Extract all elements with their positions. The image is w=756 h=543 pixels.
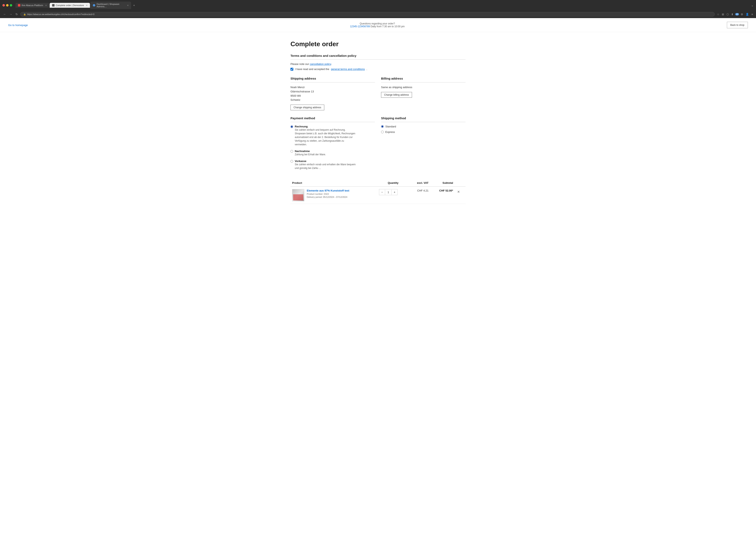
payment-desc-vorkasse: Sie zahlen einfach vorab und erhalten di… [295, 163, 356, 170]
terms-section: Terms and conditions and cancellation po… [290, 54, 466, 71]
terms-section-title: Terms and conditions and cancellation po… [290, 54, 466, 60]
payment-desc-nachnahme: Zahlung bei Erhalt der Ware. [295, 153, 326, 156]
extension-badge[interactable]: 17 [735, 13, 739, 15]
table-header-row: Product Quantity excl. VAT Subtotal [290, 179, 466, 187]
payment-radio-vorkasse[interactable] [290, 160, 293, 163]
quantity-increase-button[interactable]: + [392, 189, 397, 195]
tab-label-order: Complete order | Demostore [56, 4, 84, 7]
methods-section: Payment method Rechnung Sie zahlen einfa… [290, 116, 466, 173]
product-number: Product number: 0322 [307, 193, 349, 195]
payment-content-nachnahme: Nachnahme Zahlung bei Erhalt der Ware. [295, 150, 326, 156]
shipping-name: Noah Menzi [290, 85, 375, 90]
col-subtotal: Subtotal [430, 179, 455, 187]
menu-icon[interactable]: ≡ [751, 12, 754, 16]
quantity-value: 1 [385, 189, 392, 195]
grid-icon[interactable]: ⊞ [721, 12, 725, 16]
quantity-cell: − 1 + [377, 187, 409, 204]
toolbar-icons: ☆ ⊞ ⬡ ⬇ 17 ⚙ 👤 ≡ [716, 12, 754, 16]
payment-title-vorkasse: Vorkasse [295, 160, 356, 163]
close-traffic-light[interactable] [2, 4, 5, 7]
tab-favicon-abacus [18, 4, 20, 7]
tab-close-order[interactable]: ✕ [86, 4, 88, 7]
cancellation-text: Please note our cancellation policy. [290, 62, 466, 66]
change-shipping-address-button[interactable]: Change shipping address [290, 105, 324, 110]
col-quantity: Quantity [377, 179, 409, 187]
page-title: Complete order [290, 40, 466, 48]
product-table-section: Product Quantity excl. VAT Subtotal [290, 179, 466, 204]
browser-titlebar: Ihre Abacus-Plattform ✕ Complete order |… [0, 0, 756, 11]
main-content: Complete order Terms and conditions and … [286, 32, 470, 218]
browser-toolbar: ← → ↻ 🔒 https://abacus.sw.webwirkungdev.… [0, 11, 756, 18]
shipping-method-title: Shipping method [381, 116, 466, 122]
col-product: Product [290, 179, 377, 187]
shipping-radio-standard[interactable] [381, 125, 384, 128]
shipping-option-express: Express [381, 130, 466, 134]
lock-icon: 🔒 [23, 13, 26, 15]
tab-favicon-order [52, 4, 55, 7]
phone-number[interactable]: 12345-123456789 [350, 25, 370, 28]
browser-chrome: Ihre Abacus-Plattform ✕ Complete order |… [0, 0, 756, 18]
shipping-address-title: Shipping address [290, 77, 375, 82]
contact-hours: Daily from 7:30 am to 10:00 pm [370, 25, 404, 28]
change-billing-address-button[interactable]: Change billing address [381, 92, 412, 98]
payment-option-nachnahme: Nachnahme Zahlung bei Erhalt der Ware. [290, 150, 375, 156]
address-bar[interactable]: 🔒 https://abacus.sw.webwirkungdev.ch/che… [20, 12, 715, 16]
page-content: Go to homepage Questions regarding your … [0, 18, 756, 543]
contact-label: Questions regarding your order? [350, 22, 405, 25]
back-to-shop-button[interactable]: Back to shop [727, 22, 748, 28]
product-table: Product Quantity excl. VAT Subtotal [290, 179, 466, 204]
settings-icon[interactable]: ⚙ [740, 12, 744, 16]
billing-address-title: Billing address [381, 77, 466, 82]
star-icon[interactable]: ☆ [716, 12, 720, 16]
product-title[interactable]: Elemente aus 97% Kunststoff test [307, 189, 349, 192]
tab-close-dashboard[interactable]: ✕ [127, 4, 129, 7]
header-contact: Questions regarding your order? 12345-12… [350, 22, 405, 28]
billing-same-as-shipping: Same as shipping address [381, 86, 412, 89]
shipping-address-content: Noah Menzi Glärnischstrasse 13 9500 Wil … [290, 85, 375, 102]
price-excl-cell: CHF 4.21 [409, 187, 430, 204]
tab-dashboard[interactable]: Dashboard | Shopware Adminis… ✕ [90, 2, 131, 9]
reload-button[interactable]: ↻ [15, 12, 19, 17]
terms-link[interactable]: general terms and conditions [331, 68, 365, 71]
payment-radio-rechnung[interactable] [290, 125, 293, 128]
table-row: Elemente aus 97% Kunststoff test Product… [290, 187, 466, 204]
shipping-label-standard: Standard [385, 125, 396, 128]
cancellation-policy-link[interactable]: cancellation policy [310, 62, 331, 66]
billing-address-section: Billing address Same as shipping address… [381, 77, 466, 110]
forward-button[interactable]: → [9, 12, 13, 17]
shipping-city: 9500 Wil [290, 94, 375, 98]
extensions-icon[interactable]: ⬡ [726, 12, 729, 16]
remove-product-button[interactable]: ✕ [456, 189, 461, 195]
quantity-decrease-button[interactable]: − [379, 189, 385, 195]
tab-label-abacus: Ihre Abacus-Plattform [22, 4, 43, 7]
shipping-street: Glärnischstrasse 13 [290, 90, 375, 94]
terms-row: I have read and accepted the general ter… [290, 68, 466, 71]
payment-option-rechnung: Rechnung Sie zahlen einfach und bequem a… [290, 125, 375, 146]
back-button[interactable]: ← [2, 12, 7, 17]
shipping-address-section: Shipping address Noah Menzi Glärnischstr… [290, 77, 375, 110]
shipping-radio-express[interactable] [381, 131, 384, 133]
tab-order[interactable]: Complete order | Demostore ✕ [50, 3, 90, 8]
payment-title-nachnahme: Nachnahme [295, 150, 326, 153]
billing-address-content: Same as shipping address [381, 85, 466, 90]
subtotal-cell: CHF 52.00* [430, 187, 455, 204]
product-thumbnail [292, 189, 304, 201]
payment-radio-nachnahme[interactable] [290, 150, 293, 153]
maximize-traffic-light[interactable] [10, 4, 12, 7]
quantity-control: − 1 + [379, 189, 398, 195]
shipping-option-standard: Standard [381, 125, 466, 128]
product-cell: Elemente aus 97% Kunststoff test Product… [290, 187, 377, 204]
payment-method-title: Payment method [290, 116, 375, 122]
url-text: https://abacus.sw.webwirkungdev.ch/check… [27, 13, 94, 15]
new-tab-button[interactable]: + [131, 3, 136, 8]
window-control[interactable]: ⌄ [751, 4, 754, 7]
download-icon[interactable]: ⬇ [731, 12, 734, 16]
tab-abacus[interactable]: Ihre Abacus-Plattform ✕ [15, 3, 49, 8]
minimize-traffic-light[interactable] [6, 4, 9, 7]
homepage-link[interactable]: Go to homepage [8, 24, 28, 27]
terms-checkbox[interactable] [290, 68, 293, 71]
col-remove [455, 179, 466, 187]
payment-title-rechnung: Rechnung [295, 125, 356, 128]
tab-close-abacus[interactable]: ✕ [45, 4, 47, 7]
profile-icon[interactable]: 👤 [745, 12, 749, 16]
